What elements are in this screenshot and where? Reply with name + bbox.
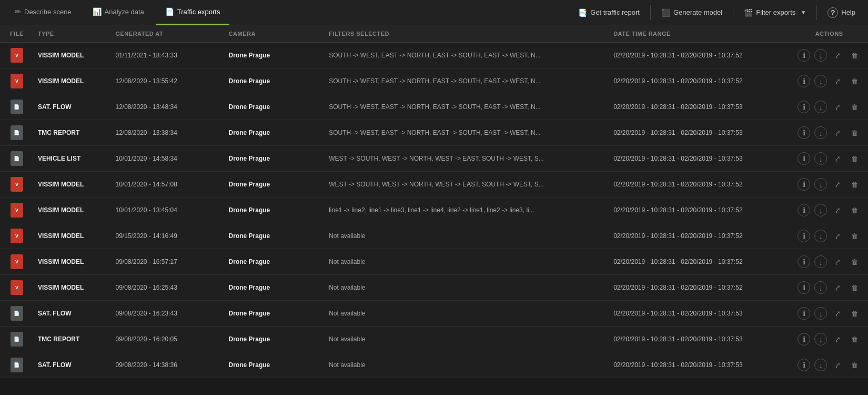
share-button[interactable]: ⤤ bbox=[831, 101, 844, 113]
cell-type: VISSIM MODEL bbox=[34, 197, 112, 223]
get-traffic-report-button[interactable]: 📑 Get traffic report bbox=[571, 0, 647, 25]
cell-camera: Drone Prague bbox=[225, 249, 325, 275]
dropdown-arrow-icon: ▼ bbox=[801, 9, 806, 15]
tab-traffic-exports[interactable]: 📄 Traffic exports bbox=[156, 0, 230, 25]
info-button[interactable]: ℹ bbox=[798, 178, 810, 191]
cell-dtr: 02/20/2019 - 10:28:31 - 02/20/2019 - 10:… bbox=[609, 146, 790, 172]
info-button[interactable]: ℹ bbox=[798, 255, 810, 268]
cell-camera: Drone Prague bbox=[225, 120, 325, 146]
info-button[interactable]: ℹ bbox=[798, 152, 810, 165]
download-button[interactable]: ↓ bbox=[814, 230, 827, 242]
delete-button[interactable]: 🗑 bbox=[848, 204, 861, 216]
info-button[interactable]: ℹ bbox=[798, 126, 810, 139]
table-row: 📄 SAT. FLOW 09/08/2020 - 14:38:36 Drone … bbox=[0, 352, 868, 378]
cell-filters: Not available bbox=[325, 301, 609, 327]
nav-divider-3 bbox=[816, 5, 817, 20]
delete-button[interactable]: 🗑 bbox=[848, 178, 861, 191]
cell-generated-at: 09/08/2020 - 14:38:36 bbox=[111, 352, 224, 378]
cell-type: VISSIM MODEL bbox=[34, 223, 112, 249]
nav-divider-1 bbox=[650, 5, 651, 20]
cell-generated-at: 09/08/2020 - 16:20:05 bbox=[111, 327, 224, 352]
delete-button[interactable]: 🗑 bbox=[848, 126, 861, 139]
download-button[interactable]: ↓ bbox=[814, 178, 827, 191]
tab-describe-scene[interactable]: ✏ Describe scene bbox=[5, 0, 81, 25]
tab-analyze-data[interactable]: 📊 Analyze data bbox=[83, 0, 154, 25]
info-button[interactable]: ℹ bbox=[798, 49, 810, 62]
filter-exports-button[interactable]: 🎬 Filter exports ▼ bbox=[736, 0, 813, 25]
info-button[interactable]: ℹ bbox=[798, 204, 810, 216]
download-button[interactable]: ↓ bbox=[814, 204, 827, 216]
cell-generated-at: 09/08/2020 - 16:23:43 bbox=[111, 301, 224, 327]
delete-button[interactable]: 🗑 bbox=[848, 281, 861, 294]
delete-button[interactable]: 🗑 bbox=[848, 359, 861, 371]
share-button[interactable]: ⤤ bbox=[831, 333, 844, 345]
generate-model-icon: ⬛ bbox=[661, 8, 670, 17]
table-row: 📄 TMC REPORT 09/08/2020 - 16:20:05 Drone… bbox=[0, 327, 868, 352]
share-button[interactable]: ⤤ bbox=[831, 230, 844, 242]
delete-button[interactable]: 🗑 bbox=[848, 333, 861, 345]
info-button[interactable]: ℹ bbox=[798, 333, 810, 345]
cell-dtr: 02/20/2019 - 10:28:31 - 02/20/2019 - 10:… bbox=[609, 352, 790, 378]
info-button[interactable]: ℹ bbox=[798, 359, 810, 371]
cell-type: VISSIM MODEL bbox=[34, 249, 112, 275]
nav-tabs: ✏ Describe scene 📊 Analyze data 📄 Traffi… bbox=[5, 0, 229, 25]
info-button[interactable]: ℹ bbox=[798, 281, 810, 294]
info-button[interactable]: ℹ bbox=[798, 101, 810, 113]
file-icon: 📄 bbox=[11, 306, 23, 321]
download-button[interactable]: ↓ bbox=[814, 101, 827, 113]
download-button[interactable]: ↓ bbox=[814, 307, 827, 320]
delete-button[interactable]: 🗑 bbox=[848, 75, 861, 87]
cell-file: 📄 bbox=[0, 146, 34, 172]
info-button[interactable]: ℹ bbox=[798, 230, 810, 242]
file-icon: V bbox=[11, 177, 23, 192]
download-button[interactable]: ↓ bbox=[814, 49, 827, 62]
file-icon: V bbox=[11, 203, 23, 218]
download-button[interactable]: ↓ bbox=[814, 152, 827, 165]
download-button[interactable]: ↓ bbox=[814, 126, 827, 139]
share-button[interactable]: ⤤ bbox=[831, 204, 844, 216]
info-button[interactable]: ℹ bbox=[798, 307, 810, 320]
share-button[interactable]: ⤤ bbox=[831, 75, 844, 87]
share-button[interactable]: ⤤ bbox=[831, 152, 844, 165]
cell-generated-at: 09/15/2020 - 14:16:49 bbox=[111, 223, 224, 249]
cell-camera: Drone Prague bbox=[225, 68, 325, 94]
cell-type: SAT. FLOW bbox=[34, 352, 112, 378]
cell-camera: Drone Prague bbox=[225, 301, 325, 327]
download-button[interactable]: ↓ bbox=[814, 359, 827, 371]
download-button[interactable]: ↓ bbox=[814, 255, 827, 268]
cell-actions: ℹ ↓ ⤤ 🗑 bbox=[790, 327, 868, 352]
delete-button[interactable]: 🗑 bbox=[848, 307, 861, 320]
share-button[interactable]: ⤤ bbox=[831, 281, 844, 294]
cell-file: 📄 bbox=[0, 301, 34, 327]
download-button[interactable]: ↓ bbox=[814, 333, 827, 345]
download-button[interactable]: ↓ bbox=[814, 75, 827, 87]
cell-file: 📄 bbox=[0, 327, 34, 352]
table-row: V VISSIM MODEL 12/08/2020 - 13:55:42 Dro… bbox=[0, 68, 868, 94]
share-button[interactable]: ⤤ bbox=[831, 255, 844, 268]
share-button[interactable]: ⤤ bbox=[831, 307, 844, 320]
delete-button[interactable]: 🗑 bbox=[848, 49, 861, 62]
col-header-file: FILE bbox=[0, 25, 34, 43]
cell-file: 📄 bbox=[0, 352, 34, 378]
cell-file: V bbox=[0, 275, 34, 301]
col-header-actions: ACTIONS bbox=[790, 25, 868, 43]
cell-dtr: 02/20/2019 - 10:28:31 - 02/20/2019 - 10:… bbox=[609, 223, 790, 249]
filter-exports-icon: 🎬 bbox=[744, 8, 753, 17]
help-button[interactable]: ? Help bbox=[820, 0, 863, 25]
info-button[interactable]: ℹ bbox=[798, 75, 810, 87]
download-button[interactable]: ↓ bbox=[814, 281, 827, 294]
table-row: V VISSIM MODEL 09/08/2020 - 16:57:17 Dro… bbox=[0, 249, 868, 275]
share-button[interactable]: ⤤ bbox=[831, 359, 844, 371]
generate-model-button[interactable]: ⬛ Generate model bbox=[654, 0, 730, 25]
delete-button[interactable]: 🗑 bbox=[848, 255, 861, 268]
delete-button[interactable]: 🗑 bbox=[848, 230, 861, 242]
delete-button[interactable]: 🗑 bbox=[848, 101, 861, 113]
delete-button[interactable]: 🗑 bbox=[848, 152, 861, 165]
share-button[interactable]: ⤤ bbox=[831, 49, 844, 62]
share-button[interactable]: ⤤ bbox=[831, 126, 844, 139]
file-icon: 📄 bbox=[11, 358, 23, 372]
share-button[interactable]: ⤤ bbox=[831, 178, 844, 191]
cell-actions: ℹ ↓ ⤤ 🗑 bbox=[790, 301, 868, 327]
cell-dtr: 02/20/2019 - 10:28:31 - 02/20/2019 - 10:… bbox=[609, 301, 790, 327]
file-icon: 📄 bbox=[11, 151, 23, 166]
